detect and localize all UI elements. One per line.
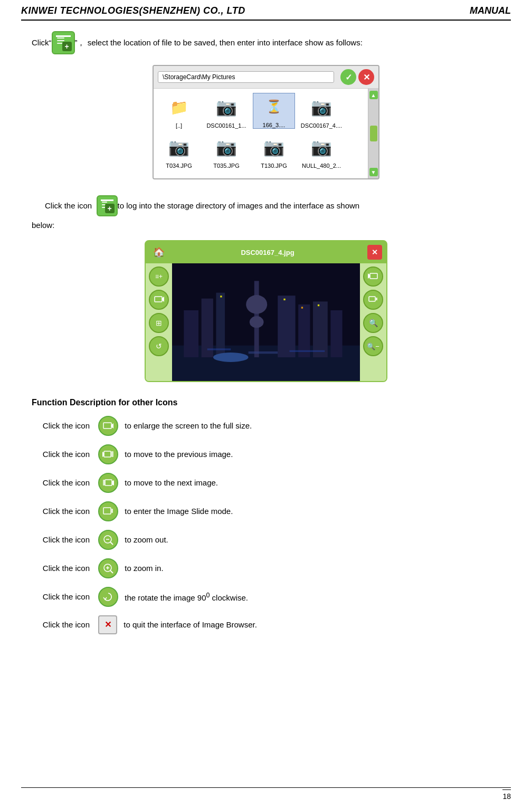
file-item-t034[interactable]: 📷 T034.JPG	[158, 134, 200, 169]
file-item-166[interactable]: ⏳ 166_3....	[253, 93, 295, 129]
file-item-t130[interactable]: 📷 T130.JPG	[253, 134, 295, 169]
svg-point-7	[246, 295, 267, 314]
svg-rect-26	[111, 451, 113, 457]
func-click-prefix-6: Click the icon	[32, 564, 92, 573]
file-item-null[interactable]: 📷 NULL_480_2...	[300, 134, 343, 169]
quit-x-symbol: ✕	[104, 620, 111, 630]
viewer-slide-btn[interactable]	[363, 290, 383, 310]
svg-rect-13	[220, 296, 222, 297]
viewer-rotate-btn[interactable]: ↺	[149, 336, 169, 356]
zoom-out-icon[interactable]	[98, 530, 118, 550]
viewer-next-img-btn[interactable]	[363, 267, 383, 287]
viewer-prev-img-btn[interactable]	[149, 290, 169, 310]
click-icon-suffix: to log into the storage directory of ima…	[118, 199, 360, 212]
svg-rect-30	[111, 509, 113, 513]
file-item-t035[interactable]: 📷 T035.JPG	[205, 134, 248, 169]
line2	[57, 40, 64, 41]
func-click-prefix-2: Click the icon	[32, 450, 92, 459]
svg-rect-10	[298, 304, 310, 357]
svg-rect-25	[104, 451, 111, 457]
add-file-icon[interactable]: +	[52, 31, 75, 54]
camera-icon-2: 📷	[306, 94, 337, 120]
home-icon[interactable]: 🏠	[150, 243, 168, 261]
function-section-title: Function Description for other Icons	[32, 398, 500, 407]
func-text-4: to enter the Image Slide mode.	[125, 507, 233, 516]
line1	[57, 37, 64, 39]
func-click-prefix-5: Click the icon	[32, 535, 92, 544]
func-click-prefix-1: Click the icon	[32, 421, 92, 430]
click-icon-prefix: Click the icon	[32, 199, 97, 212]
svg-rect-29	[103, 508, 111, 514]
quit-icon[interactable]: ✕	[98, 615, 117, 634]
close-viewer-button[interactable]: ✕	[367, 245, 382, 260]
prev-image-icon[interactable]	[98, 444, 118, 464]
func-click-prefix-3: Click the icon	[32, 478, 92, 487]
svg-point-20	[213, 353, 249, 362]
file-browser-path: \StorageCard\My Pictures	[158, 71, 334, 83]
func-text-5: to zoom out.	[125, 535, 168, 544]
expand-icon-svg	[102, 420, 114, 432]
manual-label: MANUAL	[470, 5, 511, 16]
viewer-zoom-out-btn[interactable]: 🔍−	[363, 336, 383, 356]
func-text-3: to move to the next image.	[125, 478, 218, 487]
file-label-t034: T034.JPG	[166, 163, 192, 169]
fb-cancel-button[interactable]: ✕	[358, 69, 374, 85]
file-label-null: NULL_480_2...	[302, 163, 341, 169]
func-text-2: to move to the previous image.	[125, 450, 233, 459]
rotate-icon[interactable]	[98, 587, 118, 607]
svg-rect-19	[290, 350, 325, 352]
image-viewer-title: DSC00167_4.jpg	[168, 249, 367, 256]
file-browser-titlebar: \StorageCard\My Pictures ✓ ✕	[154, 66, 378, 89]
func-text-6: to zoom in.	[125, 564, 163, 573]
svg-point-8	[250, 316, 264, 328]
svg-rect-3	[184, 310, 198, 357]
svg-rect-16	[318, 304, 319, 306]
viewer-add-btn[interactable]: ≡+	[149, 267, 169, 287]
scrollbar[interactable]: ▲ ▼	[368, 89, 378, 178]
slide-icon	[368, 295, 378, 304]
zoom-out-icon-svg	[102, 534, 114, 546]
scroll-down-arrow[interactable]: ▼	[369, 168, 378, 176]
function-item-rotate: Click the icon the rotate the image 900 …	[32, 587, 500, 607]
function-item-prev: Click the icon to move to the previous i…	[32, 444, 500, 464]
func-click-prefix-4: Click the icon	[32, 507, 92, 516]
function-item-slide: Click the icon to enter the Image Slide …	[32, 501, 500, 521]
scroll-thumb[interactable]	[370, 126, 377, 141]
viewer-zoom-in-btn[interactable]: 🔍	[363, 313, 383, 333]
file-item-dsc167[interactable]: 📷 DSC00167_4....	[300, 94, 343, 129]
viewer-sidebar-right: 🔍 🔍−	[360, 263, 386, 381]
function-item-quit: Click the icon ✕ to quit the interface o…	[32, 615, 500, 634]
file-row-1: 📁 [..] 📷 DSC00161_1... ⏳ 166_3.... �	[158, 93, 364, 129]
file-item-dsc161[interactable]: 📷 DSC00161_1...	[205, 94, 248, 129]
enlarge-icon[interactable]	[98, 416, 118, 436]
zoom-in-icon[interactable]	[98, 558, 118, 578]
viewer-main-image	[172, 263, 360, 381]
file-label-166: 166_3....	[263, 122, 286, 128]
svg-rect-23	[376, 298, 377, 300]
file-item-parent[interactable]: 📁 [..]	[158, 94, 200, 129]
svg-rect-9	[278, 296, 295, 357]
func-text-1: to enlarge the screen to the full size.	[125, 421, 252, 430]
viewer-sidebar-left: ≡+ ⊞ ↺	[146, 263, 172, 381]
cityscape-svg	[172, 263, 360, 381]
svg-rect-5	[216, 293, 225, 357]
next-image-icon[interactable]	[98, 473, 118, 493]
scroll-up-arrow[interactable]: ▲	[369, 91, 378, 99]
next-icon-svg	[102, 477, 114, 489]
svg-rect-18	[249, 351, 278, 354]
file-browser-screenshot: \StorageCard\My Pictures ✓ ✕ 📁 [..] 📷 DS…	[153, 65, 379, 179]
svg-rect-12	[330, 310, 342, 357]
add-icon-inline[interactable]: +	[97, 195, 118, 216]
camera-icon-4: 📷	[211, 134, 242, 160]
func-text-7: the rotate the image 900 clockwise.	[125, 592, 248, 602]
svg-rect-27	[105, 480, 112, 486]
slide-mode-icon[interactable]	[98, 501, 118, 521]
file-label-parent: [..]	[176, 122, 182, 129]
svg-rect-14	[283, 299, 285, 300]
file-row-2: 📷 T034.JPG 📷 T035.JPG 📷 T130.JPG 📷	[158, 134, 364, 169]
svg-rect-24	[103, 423, 111, 429]
header: KINWEI TECHNOLOGIES(SHENZHEN) CO., LTD M…	[21, 5, 511, 21]
fb-confirm-button[interactable]: ✓	[340, 69, 356, 85]
func-click-prefix-8: Click the icon	[32, 620, 92, 629]
viewer-expand-btn[interactable]: ⊞	[149, 313, 169, 333]
